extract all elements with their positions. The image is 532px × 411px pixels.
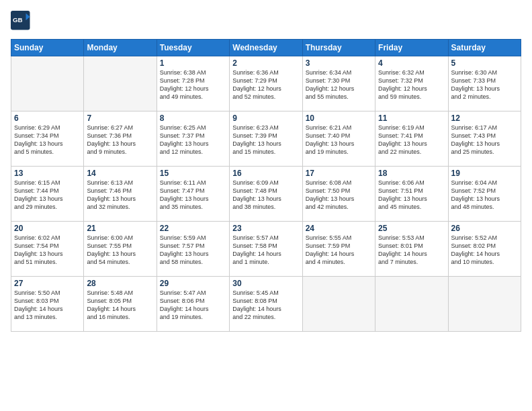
day-detail: Sunrise: 6:00 AM Sunset: 7:55 PM Dayligh… xyxy=(87,234,153,267)
calendar-day-cell: 11Sunrise: 6:19 AM Sunset: 7:41 PM Dayli… xyxy=(375,111,448,167)
weekday-header: Sunday xyxy=(11,40,84,56)
calendar-day-cell: 3Sunrise: 6:34 AM Sunset: 7:30 PM Daylig… xyxy=(302,56,375,111)
day-number: 18 xyxy=(378,169,445,178)
day-detail: Sunrise: 6:25 AM Sunset: 7:37 PM Dayligh… xyxy=(160,124,226,156)
weekday-header: Wednesday xyxy=(230,40,302,56)
day-detail: Sunrise: 5:52 AM Sunset: 8:02 PM Dayligh… xyxy=(451,234,518,267)
day-detail: Sunrise: 5:50 AM Sunset: 8:03 PM Dayligh… xyxy=(14,289,81,322)
day-detail: Sunrise: 5:53 AM Sunset: 8:01 PM Dayligh… xyxy=(378,234,445,267)
calendar-day-cell: 19Sunrise: 6:04 AM Sunset: 7:52 PM Dayli… xyxy=(448,167,521,222)
calendar-day-cell xyxy=(448,277,521,332)
calendar-day-cell: 30Sunrise: 5:45 AM Sunset: 8:08 PM Dayli… xyxy=(230,277,302,332)
day-number: 5 xyxy=(451,58,518,68)
day-detail: Sunrise: 6:23 AM Sunset: 7:39 PM Dayligh… xyxy=(232,124,299,156)
day-detail: Sunrise: 6:02 AM Sunset: 7:54 PM Dayligh… xyxy=(14,234,81,267)
calendar-day-cell: 24Sunrise: 5:55 AM Sunset: 7:59 PM Dayli… xyxy=(302,222,375,277)
weekday-header: Saturday xyxy=(448,40,521,56)
calendar-day-cell: 14Sunrise: 6:13 AM Sunset: 7:46 PM Dayli… xyxy=(84,167,157,222)
day-detail: Sunrise: 6:13 AM Sunset: 7:46 PM Dayligh… xyxy=(87,179,153,212)
calendar-day-cell: 12Sunrise: 6:17 AM Sunset: 7:43 PM Dayli… xyxy=(448,111,521,167)
day-detail: Sunrise: 6:09 AM Sunset: 7:48 PM Dayligh… xyxy=(232,179,299,212)
day-detail: Sunrise: 5:59 AM Sunset: 7:57 PM Dayligh… xyxy=(160,234,226,267)
day-number: 2 xyxy=(232,58,299,68)
weekday-header: Thursday xyxy=(302,40,375,56)
weekday-header: Friday xyxy=(375,40,448,56)
day-detail: Sunrise: 6:27 AM Sunset: 7:36 PM Dayligh… xyxy=(87,124,153,156)
day-number: 16 xyxy=(232,169,299,178)
calendar-week-row: 20Sunrise: 6:02 AM Sunset: 7:54 PM Dayli… xyxy=(11,222,521,277)
day-detail: Sunrise: 5:57 AM Sunset: 7:58 PM Dayligh… xyxy=(232,234,299,267)
day-number: 20 xyxy=(14,224,81,233)
calendar-day-cell xyxy=(11,56,84,111)
day-number: 30 xyxy=(232,279,299,288)
day-detail: Sunrise: 6:34 AM Sunset: 7:30 PM Dayligh… xyxy=(306,68,372,101)
calendar-week-row: 13Sunrise: 6:15 AM Sunset: 7:44 PM Dayli… xyxy=(11,167,521,222)
day-detail: Sunrise: 5:47 AM Sunset: 8:06 PM Dayligh… xyxy=(160,289,226,322)
day-number: 9 xyxy=(232,113,299,123)
calendar-day-cell: 8Sunrise: 6:25 AM Sunset: 7:37 PM Daylig… xyxy=(157,111,229,167)
calendar-day-cell: 2Sunrise: 6:36 AM Sunset: 7:29 PM Daylig… xyxy=(230,56,302,111)
day-number: 10 xyxy=(306,113,372,123)
calendar-day-cell: 27Sunrise: 5:50 AM Sunset: 8:03 PM Dayli… xyxy=(11,277,84,332)
calendar-day-cell xyxy=(84,56,157,111)
calendar-day-cell: 21Sunrise: 6:00 AM Sunset: 7:55 PM Dayli… xyxy=(84,222,157,277)
day-number: 19 xyxy=(451,169,518,178)
calendar-day-cell: 15Sunrise: 6:11 AM Sunset: 7:47 PM Dayli… xyxy=(157,167,229,222)
day-number: 11 xyxy=(378,113,445,123)
day-number: 24 xyxy=(306,224,372,233)
day-number: 8 xyxy=(160,113,226,123)
weekday-header: Monday xyxy=(84,40,157,56)
calendar-day-cell: 1Sunrise: 6:38 AM Sunset: 7:28 PM Daylig… xyxy=(157,56,229,111)
day-number: 29 xyxy=(160,279,226,288)
logo-icon: GB xyxy=(11,11,31,31)
day-detail: Sunrise: 6:17 AM Sunset: 7:43 PM Dayligh… xyxy=(451,124,518,156)
day-number: 4 xyxy=(378,58,445,68)
calendar-week-row: 1Sunrise: 6:38 AM Sunset: 7:28 PM Daylig… xyxy=(11,56,521,111)
day-detail: Sunrise: 6:15 AM Sunset: 7:44 PM Dayligh… xyxy=(14,179,81,212)
calendar-day-cell: 22Sunrise: 5:59 AM Sunset: 7:57 PM Dayli… xyxy=(157,222,229,277)
calendar-day-cell: 9Sunrise: 6:23 AM Sunset: 7:39 PM Daylig… xyxy=(230,111,302,167)
day-detail: Sunrise: 6:08 AM Sunset: 7:50 PM Dayligh… xyxy=(306,179,372,212)
calendar-day-cell: 26Sunrise: 5:52 AM Sunset: 8:02 PM Dayli… xyxy=(448,222,521,277)
day-detail: Sunrise: 6:36 AM Sunset: 7:29 PM Dayligh… xyxy=(232,68,299,101)
calendar-day-cell: 5Sunrise: 6:30 AM Sunset: 7:33 PM Daylig… xyxy=(448,56,521,111)
calendar-day-cell: 17Sunrise: 6:08 AM Sunset: 7:50 PM Dayli… xyxy=(302,167,375,222)
calendar-day-cell xyxy=(375,277,448,332)
day-detail: Sunrise: 6:04 AM Sunset: 7:52 PM Dayligh… xyxy=(451,179,518,212)
logo: GB xyxy=(11,11,34,31)
day-detail: Sunrise: 6:30 AM Sunset: 7:33 PM Dayligh… xyxy=(451,68,518,101)
day-number: 23 xyxy=(232,224,299,233)
day-number: 12 xyxy=(451,113,518,123)
day-number: 25 xyxy=(378,224,445,233)
calendar-week-row: 27Sunrise: 5:50 AM Sunset: 8:03 PM Dayli… xyxy=(11,277,521,332)
day-number: 6 xyxy=(14,113,81,123)
day-detail: Sunrise: 6:32 AM Sunset: 7:32 PM Dayligh… xyxy=(378,68,445,101)
day-detail: Sunrise: 6:19 AM Sunset: 7:41 PM Dayligh… xyxy=(378,124,445,156)
calendar-day-cell: 10Sunrise: 6:21 AM Sunset: 7:40 PM Dayli… xyxy=(302,111,375,167)
calendar-day-cell: 13Sunrise: 6:15 AM Sunset: 7:44 PM Dayli… xyxy=(11,167,84,222)
weekday-header: Tuesday xyxy=(157,40,229,56)
day-detail: Sunrise: 6:38 AM Sunset: 7:28 PM Dayligh… xyxy=(160,68,226,101)
day-number: 17 xyxy=(306,169,372,178)
calendar-day-cell xyxy=(302,277,375,332)
calendar-week-row: 6Sunrise: 6:29 AM Sunset: 7:34 PM Daylig… xyxy=(11,111,521,167)
calendar-day-cell: 4Sunrise: 6:32 AM Sunset: 7:32 PM Daylig… xyxy=(375,56,448,111)
day-number: 3 xyxy=(306,58,372,68)
calendar-table: SundayMondayTuesdayWednesdayThursdayFrid… xyxy=(11,39,521,332)
calendar-day-cell: 16Sunrise: 6:09 AM Sunset: 7:48 PM Dayli… xyxy=(230,167,302,222)
day-number: 13 xyxy=(14,169,81,178)
calendar-day-cell: 29Sunrise: 5:47 AM Sunset: 8:06 PM Dayli… xyxy=(157,277,229,332)
day-number: 14 xyxy=(87,169,153,178)
day-number: 28 xyxy=(87,279,153,288)
svg-text:GB: GB xyxy=(13,16,23,24)
day-detail: Sunrise: 6:06 AM Sunset: 7:51 PM Dayligh… xyxy=(378,179,445,212)
weekday-header-row: SundayMondayTuesdayWednesdayThursdayFrid… xyxy=(11,40,521,56)
day-detail: Sunrise: 6:11 AM Sunset: 7:47 PM Dayligh… xyxy=(160,179,226,212)
day-number: 27 xyxy=(14,279,81,288)
day-detail: Sunrise: 6:21 AM Sunset: 7:40 PM Dayligh… xyxy=(306,124,372,156)
calendar-day-cell: 23Sunrise: 5:57 AM Sunset: 7:58 PM Dayli… xyxy=(230,222,302,277)
calendar-day-cell: 25Sunrise: 5:53 AM Sunset: 8:01 PM Dayli… xyxy=(375,222,448,277)
day-detail: Sunrise: 5:45 AM Sunset: 8:08 PM Dayligh… xyxy=(232,289,299,322)
page-container: GB SundayMondayTuesdayWednesdayThursdayF… xyxy=(0,0,532,411)
calendar-day-cell: 20Sunrise: 6:02 AM Sunset: 7:54 PM Dayli… xyxy=(11,222,84,277)
